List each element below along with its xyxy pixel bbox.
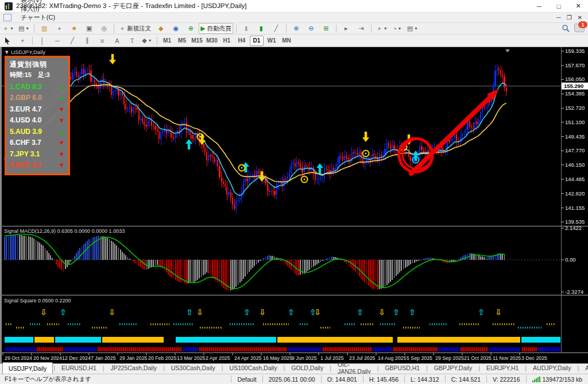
- notifications-icon[interactable]: 1: [574, 24, 585, 32]
- child-minimize-button[interactable]: ─: [557, 14, 561, 21]
- chart-tab[interactable]: EURJPY,H1: [481, 363, 524, 373]
- chart-tab[interactable]: AUDJPY,Daily: [527, 363, 577, 373]
- square-up-arrow-icon: ⇧: [288, 308, 295, 317]
- chart-canvas[interactable]: 159.335157.670156.050154.385152.720151.1…: [0, 47, 588, 363]
- square-regime-bar: [176, 337, 276, 343]
- market-watch-icon[interactable]: ▥: [37, 23, 51, 34]
- candlestick-chart-button[interactable]: ▮: [254, 23, 268, 34]
- strength-row: 5.AUD 3.9▲: [10, 126, 65, 137]
- dot-signal-center: [241, 167, 243, 169]
- timeframe-button-h1[interactable]: H1: [220, 36, 234, 46]
- auto-trading-button[interactable]: ▶自動売買: [199, 23, 233, 34]
- chart-tab[interactable]: JP225Cash,Daily: [105, 363, 163, 373]
- channel-tool[interactable]: ∥: [80, 35, 94, 46]
- terminal-icon[interactable]: ▣: [82, 23, 96, 34]
- menu-item[interactable]: チャート(C): [16, 13, 68, 22]
- status-segment: C: 144.521: [445, 375, 486, 383]
- cursor-tool[interactable]: [1, 35, 14, 46]
- new-chart-button[interactable]: ＋▼: [1, 23, 16, 34]
- timeframe-button-d1[interactable]: D1: [250, 36, 264, 46]
- trendline-tool[interactable]: ╱: [65, 35, 79, 46]
- zoom-out-button[interactable]: ⊖: [304, 23, 318, 34]
- metaeditor-icon[interactable]: ◆: [154, 23, 168, 34]
- square-regime-bar: [55, 337, 101, 343]
- text-tool[interactable]: A: [110, 35, 124, 46]
- profiles-button[interactable]: ▤▼: [17, 23, 31, 34]
- line-chart-button[interactable]: ╱: [269, 23, 283, 34]
- timeframe-button-m5[interactable]: M5: [175, 36, 189, 46]
- timeframe-button-m30[interactable]: M30: [205, 36, 219, 46]
- bar-chart-button[interactable]: ‖: [239, 23, 253, 34]
- indicators-button[interactable]: ＋▼: [374, 23, 389, 34]
- chart-tab[interactable]: GOLD,Daily: [285, 363, 329, 373]
- horizontal-line-tool[interactable]: ─: [51, 35, 64, 46]
- strategy-tester-icon[interactable]: ◎: [97, 23, 111, 34]
- chart-tab[interactable]: EURUSD,H1: [56, 363, 102, 373]
- text-label-tool[interactable]: T: [125, 35, 139, 46]
- chart-child-icon[interactable]: [3, 14, 11, 21]
- square-indicator-label: Signal Square 0.0500 0.2200: [4, 298, 71, 304]
- date-axis-label: 24 Apr 2025: [234, 355, 262, 361]
- date-axis-label: 11 Nov 2025: [493, 355, 521, 361]
- navigator-icon[interactable]: ★: [67, 23, 81, 34]
- date-axis-label: 29 Oct 2024: [5, 355, 32, 361]
- chart-tab[interactable]: US100Cash,Daily: [224, 363, 283, 373]
- search-icon[interactable]: [562, 24, 570, 32]
- chart-tab[interactable]: AUDUSD,H1: [579, 363, 588, 373]
- mql-community-icon[interactable]: ◉: [169, 23, 183, 34]
- timeframe-button-w1[interactable]: W1: [265, 36, 278, 46]
- templates-button[interactable]: ▤▼: [405, 23, 420, 34]
- chart-tab[interactable]: GBPUSD,H1: [379, 363, 425, 373]
- shapes-tool[interactable]: ◆▼: [140, 35, 154, 46]
- menu-bar: ファイル(F)表示(V)挿入(I)チャート(C)ツール(T)ウィンドウ(W)ヘル…: [0, 13, 588, 23]
- square-up-arrow-icon: ⇧: [186, 308, 193, 317]
- data-traffic: 139472/153 kb: [543, 376, 582, 383]
- square-down-arrow-icon: ⇩: [495, 308, 502, 317]
- chart-tab-active[interactable]: USDJPY,Daily: [2, 362, 53, 374]
- strength-row: 4.USD 4.0▼: [10, 115, 65, 126]
- date-axis-label: 23 Jul 2025: [349, 355, 376, 361]
- square-trend-bar: [393, 347, 438, 351]
- child-restore-button[interactable]: ❐: [567, 14, 572, 21]
- vertical-line-tool[interactable]: │: [36, 35, 49, 46]
- strength-row-label: 5.AUD 3.9: [10, 128, 42, 136]
- macd-indicator-label: Signal MACD(12,26,9) 0.6305 0.0000 0.000…: [4, 228, 125, 234]
- square-regime-bar: [34, 337, 54, 343]
- timeframe-button-m15[interactable]: M15: [190, 36, 204, 46]
- timeframe-button-h4[interactable]: H4: [235, 36, 249, 46]
- chart-shift-button[interactable]: ⇥: [354, 23, 368, 34]
- square-down-arrow-icon: ⇩: [109, 308, 115, 317]
- timeframe-button-m1[interactable]: M1: [160, 36, 174, 46]
- fibonacci-tool[interactable]: ≡: [95, 35, 109, 46]
- tile-windows-button[interactable]: ⊞: [319, 23, 333, 34]
- date-axis-label: 20 Feb 2025: [148, 355, 177, 361]
- square-regime-bar: [102, 337, 164, 343]
- square-down-arrow-icon: ⇩: [259, 308, 266, 317]
- price-axis-label: 141.155: [565, 205, 585, 211]
- maximize-button[interactable]: □: [549, 0, 568, 12]
- buy-signal-arrow-icon-tail: [319, 168, 321, 174]
- chart-tab[interactable]: GBPJPY,Daily: [428, 363, 478, 373]
- chart-tab[interactable]: OIL-JAN26,Daily: [332, 363, 377, 373]
- date-axis-label: 7 Jan 2025: [91, 355, 116, 361]
- close-button[interactable]: ✕: [568, 0, 588, 12]
- strength-row: 8.NZD 2.3▼: [10, 160, 65, 171]
- new-order-button[interactable]: ＋新規注文: [117, 23, 153, 34]
- zoom-in-button[interactable]: ⊕: [289, 23, 303, 34]
- auto-scroll-button[interactable]: ▸: [339, 23, 353, 34]
- up-arrow-icon: ▲: [59, 128, 65, 135]
- chart-tab[interactable]: US30Cash,Daily: [165, 363, 221, 373]
- crosshair-tool[interactable]: ＋: [16, 35, 29, 46]
- menu-item[interactable]: 挿入(I): [16, 5, 68, 13]
- minimize-button[interactable]: ─: [529, 0, 549, 12]
- square-up-arrow-icon: ⇧: [409, 308, 416, 317]
- square-up-arrow-icon: ⇧: [60, 308, 67, 317]
- status-help-text: F1キーでヘルプが表示されます: [0, 375, 231, 383]
- web-terminal-icon[interactable]: ⊕: [184, 23, 198, 34]
- dot-signal-center: [365, 153, 367, 155]
- child-close-button[interactable]: ✕: [578, 14, 582, 21]
- timeframe-button-mn[interactable]: MN: [280, 36, 293, 46]
- data-window-icon[interactable]: ＋: [52, 23, 66, 34]
- periods-button[interactable]: ◔▼: [390, 23, 404, 34]
- menu-item[interactable]: 表示(V): [16, 0, 68, 5]
